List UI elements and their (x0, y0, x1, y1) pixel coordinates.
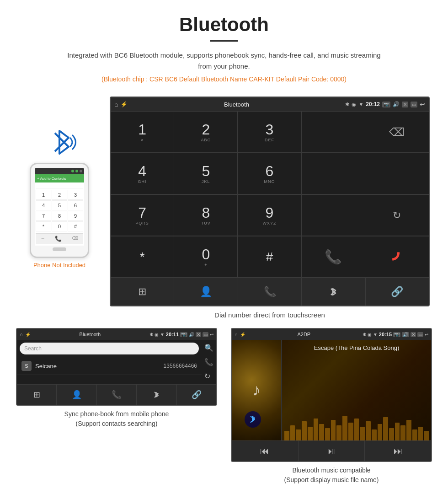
close-icon[interactable]: ✕ (402, 102, 408, 107)
main-content: + Add to Contacts 1 2 3 4 5 6 7 8 9 * 0 … (0, 97, 448, 319)
dial-key-2[interactable]: 2ABC (174, 112, 238, 153)
contact-name: Seicane (35, 363, 164, 370)
music-controls: ⏮ ⏯ ⏭ (232, 440, 431, 461)
dial-key-7[interactable]: 7PQRS (111, 195, 174, 236)
signal-icon: ▼ (358, 102, 363, 107)
phone-side-icon[interactable]: 📞 (204, 358, 213, 366)
small-home-icon[interactable]: ⌂ (20, 332, 23, 337)
contacts-caption: Sync phone-book from mobile phone (Suppo… (64, 409, 169, 429)
phone-key-6[interactable]: 6 (68, 200, 83, 210)
dial-key-6[interactable]: 6MNO (238, 153, 301, 194)
phone-key-8[interactable]: 8 (52, 211, 67, 221)
phone-key-4[interactable]: 4 (36, 200, 51, 210)
dial-key-4[interactable]: 4GHI (111, 153, 174, 194)
music-play-btn[interactable]: ⏯ (299, 441, 365, 461)
music-note-icon: ♪ (252, 381, 261, 400)
dial-key-9[interactable]: 9WXYZ (238, 195, 301, 236)
phone-key-3[interactable]: 3 (68, 190, 83, 200)
phone-call-icon[interactable]: 📞 (55, 236, 62, 242)
contacts-win-icon: ▭ (203, 332, 208, 337)
phone-key-star[interactable]: * (36, 221, 51, 231)
music-background: Escape (The Pina Colada Song) (282, 340, 431, 440)
bt-music-overlay (245, 411, 261, 428)
nav-bluetooth-btn[interactable] (302, 278, 365, 306)
contacts-nav-link[interactable]: 🔗 (177, 385, 216, 405)
search-placeholder: Search (24, 345, 42, 352)
phone-back-icon[interactable]: ← (41, 236, 45, 242)
music-next-btn[interactable]: ⏭ (365, 441, 431, 461)
specs-text: (Bluetooth chip : CSR BC6 Default Blueto… (9, 75, 439, 83)
dial-key-5[interactable]: 5JKL (174, 153, 238, 194)
phone-home-button[interactable] (53, 247, 66, 251)
refresh-side-icon[interactable]: ↻ (204, 372, 213, 381)
dial-empty-2 (302, 153, 365, 194)
contacts-nav-bt[interactable] (137, 385, 176, 405)
dial-key-star[interactable]: * (111, 236, 174, 278)
search-icon[interactable]: 🔍 (204, 343, 213, 352)
contacts-search-box[interactable]: Search (20, 343, 199, 354)
nav-contacts-btn[interactable]: 👤 (174, 278, 238, 306)
dial-empty-4 (302, 195, 365, 236)
volume-icon[interactable]: 🔊 (393, 101, 400, 107)
music-sig-icon: ▼ (373, 332, 378, 337)
contacts-nav-person[interactable]: 👤 (57, 385, 96, 405)
contacts-screen: ⌂ ⚡ Bluetooth ✱ ◉ ▼ 20:11 📷 🔊 ✕ ▭ ↩ (16, 328, 217, 406)
music-content: ♪ Escape (The Pina Colada Song) (232, 340, 431, 440)
title-section: Bluetooth Integrated with BC6 Bluetooth … (0, 0, 448, 97)
contacts-content: Search S Seicane 13566664466 🔍 📞 ↻ (17, 340, 216, 384)
dial-key-hash[interactable]: # (238, 236, 301, 278)
contacts-bottom-nav: ⊞ 👤 📞 🔗 (17, 384, 216, 405)
nav-phone-btn[interactable]: 📞 (238, 278, 302, 306)
camera-icon[interactable]: 📷 (382, 102, 390, 107)
phone-key-2[interactable]: 2 (52, 190, 67, 200)
dial-reload-btn[interactable]: ↻ (365, 195, 429, 236)
dial-green-call-btn[interactable]: 📞 (302, 236, 365, 278)
music-album-art: ♪ (232, 340, 282, 440)
usb-icon: ⚡ (121, 101, 128, 107)
back-icon[interactable]: ↩ (420, 101, 425, 108)
dial-key-0[interactable]: 0+ (174, 236, 238, 278)
dial-key-3[interactable]: 3DEF (238, 112, 301, 153)
dial-key-8[interactable]: 8TUV (174, 195, 238, 236)
contact-avatar: S (21, 361, 32, 371)
window-icon[interactable]: ▭ (411, 102, 417, 107)
contacts-sig-icon: ▼ (160, 332, 165, 337)
contacts-screen-title: Bluetooth (33, 332, 147, 337)
phone-key-0[interactable]: 0 (52, 221, 67, 231)
dial-caption: Dial number direct from touchscreen (214, 311, 325, 319)
contacts-nav-grid[interactable]: ⊞ (17, 385, 57, 405)
music-win-icon: ▭ (417, 332, 423, 337)
phone-key-1[interactable]: 1 (36, 190, 51, 200)
car-screen-section: ⌂ ⚡ Bluetooth ✱ ◉ ▼ 20:12 📷 🔊 ✕ ▭ ↩ (105, 97, 434, 319)
phone-number-display (36, 184, 83, 188)
music-screen-title: A2DP (248, 332, 360, 337)
phone-key-7[interactable]: 7 (36, 211, 51, 221)
music-home-icon[interactable]: ⌂ (235, 332, 238, 337)
dial-key-1[interactable]: 1⌀ (111, 112, 174, 153)
music-caption: Bluetooth music compatible (Support disp… (284, 466, 379, 485)
contacts-nav-phone[interactable]: 📞 (97, 385, 137, 405)
bluetooth-status-icon: ✱ (345, 102, 349, 107)
bottom-nav: ⊞ 👤 📞 🔗 (111, 278, 429, 306)
phone-del-icon[interactable]: ⌫ (72, 236, 78, 242)
phone-key-9[interactable]: 9 (68, 211, 83, 221)
contact-row[interactable]: S Seicane 13566664466 (17, 357, 202, 375)
phone-key-hash[interactable]: # (68, 221, 83, 231)
phone-status-bar (35, 168, 84, 174)
dial-red-call-btn[interactable] (365, 236, 429, 278)
music-prev-btn[interactable]: ⏮ (232, 441, 299, 461)
nav-link-btn[interactable]: 🔗 (366, 278, 429, 306)
music-vol-icon: 🔊 (402, 332, 409, 337)
bottom-screenshots: ⌂ ⚡ Bluetooth ✱ ◉ ▼ 20:11 📷 🔊 ✕ ▭ ↩ (0, 319, 448, 494)
dial-backspace-btn[interactable]: ⌫ (365, 112, 429, 153)
dial-empty-3 (365, 153, 429, 194)
music-back-icon[interactable]: ↩ (425, 332, 428, 337)
contacts-back-icon[interactable]: ↩ (210, 332, 213, 337)
home-icon[interactable]: ⌂ (114, 101, 118, 108)
phone-key-5[interactable]: 5 (52, 200, 67, 210)
phone-mockup: + Add to Contacts 1 2 3 4 5 6 7 8 9 * 0 … (30, 163, 89, 258)
nav-grid-btn[interactable]: ⊞ (111, 278, 174, 306)
music-screen: ⌂ ⚡ A2DP ✱ ◉ ▼ 20:15 📷 🔊 ✕ ▭ ↩ ♪ (231, 328, 432, 462)
title-underline (210, 40, 238, 42)
music-bt-icon: ✱ (363, 332, 366, 337)
